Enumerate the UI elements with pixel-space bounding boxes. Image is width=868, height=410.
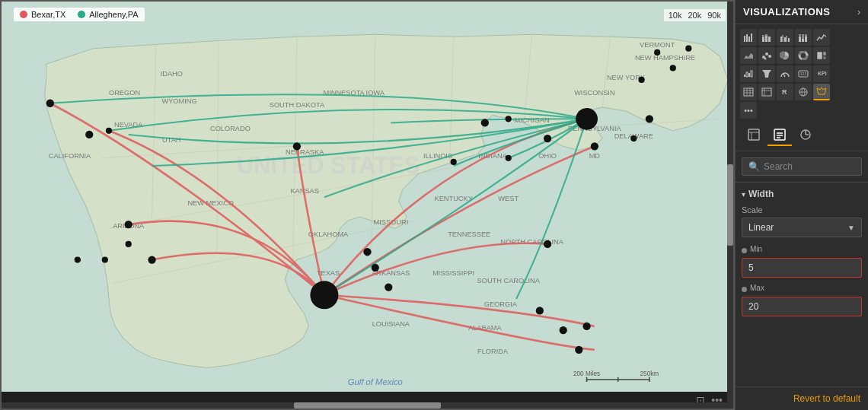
search-box[interactable]: 🔍 [742,157,862,176]
map-svg: CALIFORNIA NEVADA OREGON IDAHO UTAH WYOM… [2,2,733,408]
svg-point-69 [451,159,457,165]
svg-point-60 [75,256,81,262]
visualizations-title: VISUALIZATIONS [743,6,830,17]
stacked-bar-icon[interactable] [758,29,775,46]
svg-rect-98 [765,34,767,36]
map-container: Bexar,TX Allegheny,PA 10k 20k 90k [0,0,735,410]
horizontal-scrollbar-thumb[interactable] [294,402,440,408]
gauge-icon[interactable] [777,65,793,82]
width-section-header: ▾ Width [742,189,862,199]
svg-point-65 [363,248,371,256]
kpi-icon[interactable]: KPI [813,65,830,82]
more-visuals-icon[interactable]: ••• [740,102,757,119]
svg-text:Gulf of Mexico: Gulf of Mexico [348,377,403,386]
svg-point-58 [125,221,132,228]
right-panel: VISUALIZATIONS › [735,0,868,410]
svg-rect-95 [762,37,764,42]
clustered-bar-icon[interactable] [777,29,793,46]
fields-tab[interactable] [742,125,766,146]
svg-rect-122 [746,72,748,77]
max-input-box[interactable]: 20 [742,297,862,316]
revert-section: Revert to default [736,386,868,410]
svg-point-74 [685,46,691,52]
pie-chart-icon[interactable] [777,47,793,64]
svg-point-72 [638,77,644,83]
svg-rect-101 [782,35,783,42]
funnel-icon[interactable] [758,65,775,82]
svg-rect-118 [817,52,822,59]
svg-text:COLORADO: COLORADO [210,125,251,132]
svg-point-77 [630,135,637,141]
svg-marker-125 [762,70,771,78]
svg-rect-130 [744,88,753,96]
waterfall-icon[interactable] [740,65,757,82]
donut-chart-icon[interactable] [795,47,812,64]
100-bar-icon[interactable] [795,29,812,46]
max-value: 20 [748,301,758,312]
svg-text:VERMONT: VERMONT [640,41,675,49]
svg-point-78 [506,116,512,122]
scale-dropdown-container: Linear ▼ [742,218,862,237]
svg-rect-120 [823,56,826,59]
horizontal-scrollbar[interactable] [2,402,733,408]
scatter-icon[interactable] [758,47,775,64]
globe-icon[interactable] [795,84,812,100]
expand-panel-icon[interactable]: › [857,7,860,17]
revert-to-default-button[interactable]: Revert to default [793,393,860,404]
svg-rect-91 [744,36,745,42]
svg-point-57 [106,128,112,134]
vertical-scrollbar-thumb[interactable] [727,164,733,246]
area-chart-icon[interactable] [740,47,757,64]
icon-row-4: R [740,84,863,100]
svg-text:WEST: WEST [498,195,519,202]
bar-chart-icon[interactable] [740,29,757,46]
svg-text:LOUISIANA: LOUISIANA [372,320,410,328]
legend-label-allegheny: Allegheny,PA [89,10,138,19]
vertical-scrollbar[interactable] [727,2,733,408]
legend-label-bexar: Bexar,TX [31,10,65,19]
svg-point-64 [293,142,301,150]
treemap-icon[interactable] [813,47,830,64]
map-legend: Bexar,TX Allegheny,PA [14,8,145,21]
svg-text:NEW HAMPSHIRE: NEW HAMPSHIRE [635,54,695,62]
svg-rect-135 [762,88,771,96]
svg-point-62 [126,241,132,247]
card-icon[interactable]: 123 [795,65,812,82]
chevron-down-icon: ▾ [742,190,745,199]
legend-bexar: Bexar,TX [20,10,65,19]
icon-row-1 [740,29,863,46]
svg-rect-99 [768,37,771,42]
svg-point-61 [102,256,108,262]
svg-rect-143 [748,129,759,140]
custom-map-icon[interactable] [813,84,830,100]
search-input[interactable] [764,161,855,172]
svg-rect-119 [823,52,826,56]
map-scale: 10k 20k 90k [664,9,726,21]
line-chart-icon[interactable] [813,29,830,46]
svg-rect-123 [748,73,750,77]
min-input-box[interactable]: 5 [742,258,862,278]
icon-row-2 [740,47,863,64]
min-label: Min [750,245,762,253]
scale-20k: 20k [688,11,702,20]
min-dot [742,248,747,253]
scale-dropdown[interactable]: Linear ▼ [742,218,862,237]
table-icon[interactable] [740,84,757,100]
visualization-icon-grid: 123 KPI R •• [736,24,868,119]
svg-text:KPI: KPI [818,71,827,76]
svg-point-68 [481,119,489,126]
svg-rect-102 [784,37,786,42]
svg-point-67 [385,283,392,291]
svg-point-83 [575,346,582,354]
matrix-icon[interactable] [758,84,775,100]
min-field-container: Min 5 [742,245,862,278]
svg-point-76 [646,115,653,122]
analytics-tab[interactable] [793,125,818,146]
icon-row-3: 123 KPI [740,65,863,82]
svg-point-113 [765,52,768,56]
svg-text:CALIFORNIA: CALIFORNIA [49,152,91,160]
r-visual-icon[interactable]: R [777,84,793,100]
svg-point-84 [582,323,590,330]
format-tab[interactable] [767,125,792,146]
search-icon: 🔍 [748,161,760,172]
